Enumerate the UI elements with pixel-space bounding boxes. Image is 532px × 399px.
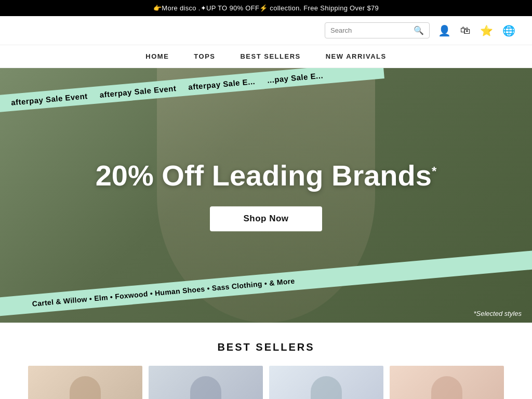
search-input[interactable] bbox=[330, 26, 414, 34]
announcement-bar: 👉More disco .✦UP TO 90% OFF⚡ collection.… bbox=[0, 0, 532, 16]
user-icon[interactable]: 👤 bbox=[438, 24, 451, 37]
main-nav: HOME TOPS BEST SELLERS NEW ARRIVALS bbox=[0, 45, 532, 68]
best-sellers-section: BEST SELLERS bbox=[0, 323, 532, 399]
shop-now-button[interactable]: Shop Now bbox=[210, 206, 322, 231]
search-box[interactable]: 🔍 bbox=[325, 22, 430, 38]
product-card[interactable] bbox=[28, 366, 142, 399]
globe-icon[interactable]: 🌐 bbox=[502, 24, 515, 37]
announcement-text: 👉More disco .✦UP TO 90% OFF⚡ collection.… bbox=[153, 4, 379, 12]
nav-item-home[interactable]: HOME bbox=[145, 52, 169, 60]
nav-item-best-sellers[interactable]: BEST SELLERS bbox=[240, 52, 300, 60]
product-card[interactable] bbox=[149, 366, 263, 399]
best-sellers-title: BEST SELLERS bbox=[12, 341, 520, 353]
header: 🔍 👤 🛍 ⭐ 🌐 bbox=[0, 16, 532, 45]
hero-headline: 20% Off Leading Brands* bbox=[58, 159, 474, 192]
nav-item-new-arrivals[interactable]: NEW ARRIVALS bbox=[326, 52, 387, 60]
search-icon[interactable]: 🔍 bbox=[414, 25, 424, 35]
hero-banner: afterpay Sale Event afterpay Sale Event … bbox=[0, 68, 532, 323]
product-figure bbox=[190, 376, 221, 399]
product-card[interactable] bbox=[269, 366, 383, 399]
product-figure bbox=[70, 376, 101, 399]
product-figure bbox=[311, 376, 342, 399]
bag-icon[interactable]: 🛍 bbox=[460, 24, 471, 36]
wishlist-icon[interactable]: ⭐ bbox=[480, 24, 493, 37]
product-grid bbox=[12, 366, 520, 399]
hero-asterisk: * bbox=[432, 164, 436, 178]
product-figure bbox=[431, 376, 462, 399]
product-card[interactable] bbox=[390, 366, 504, 399]
hero-content: 20% Off Leading Brands* Shop Now bbox=[58, 159, 474, 231]
header-icons: 👤 🛍 ⭐ 🌐 bbox=[438, 24, 515, 37]
nav-item-tops[interactable]: TOPS bbox=[194, 52, 215, 60]
selected-styles-note: *Selected styles bbox=[474, 310, 522, 317]
